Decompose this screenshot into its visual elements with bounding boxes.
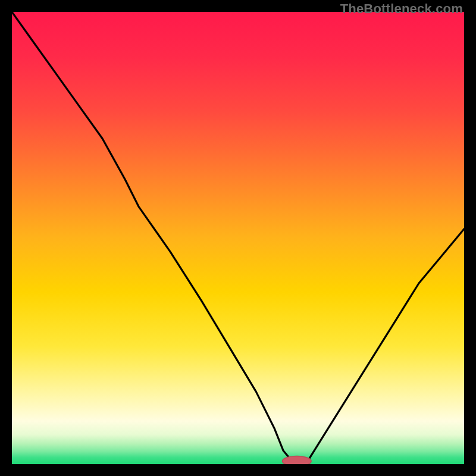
plot-area bbox=[12, 12, 464, 464]
optimal-point-icon bbox=[283, 456, 312, 464]
bottleneck-plot-svg bbox=[12, 12, 464, 464]
watermark-label: TheBottleneck.com bbox=[340, 1, 463, 17]
chart-frame: TheBottleneck.com bbox=[0, 0, 476, 476]
gradient-background bbox=[12, 12, 464, 464]
optimal-marker bbox=[283, 456, 312, 464]
